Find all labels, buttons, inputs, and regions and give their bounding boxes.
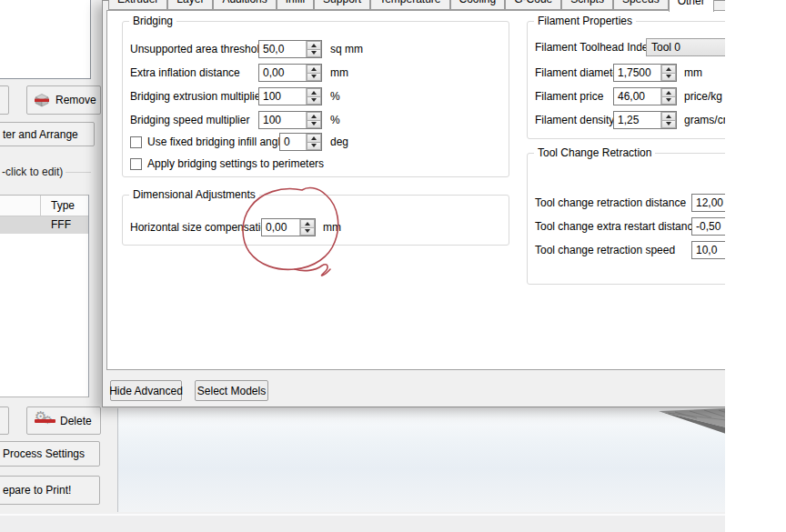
viewport-3d[interactable] <box>117 408 726 512</box>
select-models-label: Select Models <box>197 385 266 397</box>
spinner-value[interactable]: 0 <box>280 134 306 150</box>
dimensional-adjustments-title: Dimensional Adjustments <box>129 188 259 201</box>
remove-button[interactable]: Remove <box>26 85 101 115</box>
tab-layer[interactable]: Layer <box>167 0 213 10</box>
chevron-down-icon[interactable] <box>307 96 321 105</box>
remove-button-label: Remove <box>55 94 96 106</box>
chevron-up-icon[interactable] <box>307 88 321 96</box>
tab-speeds[interactable]: Speeds <box>613 0 669 10</box>
bridging-extrusion-multiplier-spinner[interactable]: 100 <box>258 87 322 105</box>
prepare-to-print-label: epare to Print! <box>3 484 71 497</box>
use-fixed-bridging-infill-angle-checkbox[interactable] <box>130 136 142 148</box>
chevron-up-icon[interactable] <box>300 219 315 227</box>
field-label: Filament Toolhead Index <box>535 38 654 56</box>
chevron-down-icon[interactable] <box>661 120 676 129</box>
spinner-value[interactable]: 1,7500 <box>614 65 660 81</box>
spinner-value[interactable]: 46,00 <box>614 88 660 105</box>
field-label: Horizontal size compensation <box>130 218 273 236</box>
column-divider <box>40 196 41 216</box>
groupbox-line <box>66 172 91 173</box>
bridging-speed-multiplier-spinner[interactable]: 100 <box>258 111 322 129</box>
chevron-up-icon[interactable] <box>661 65 676 73</box>
bridging-group-title: Bridging <box>129 15 176 27</box>
horizontal-size-compensation-spinner[interactable]: 0,00 <box>261 218 316 236</box>
tab-gcode[interactable]: G-Code <box>505 0 561 10</box>
spinner-value[interactable]: 1,25 <box>614 112 660 128</box>
unsupported-area-threshold-spinner[interactable]: 50,0 <box>258 40 322 58</box>
bridging-infill-angle-spinner[interactable]: 0 <box>279 133 322 151</box>
tab-additions[interactable]: Additions <box>213 0 276 10</box>
process-settings-label: Process Settings <box>3 447 85 460</box>
select-models-button[interactable]: Select Models <box>195 380 268 401</box>
delete-button[interactable]: ⚙⚙ Delete <box>26 407 101 435</box>
spinner-value[interactable]: 50,0 <box>259 41 306 57</box>
process-table[interactable]: Type FFF <box>0 195 89 397</box>
model-list[interactable] <box>0 0 91 79</box>
filament-diameter-spinner[interactable]: 1,7500 <box>613 64 677 82</box>
field-unit: price/kg <box>684 87 722 105</box>
gears-with-red-stripe-icon: ⚙⚙ <box>35 411 56 431</box>
edit-button-partial[interactable] <box>0 407 9 435</box>
center-and-arrange-button[interactable]: ter and Arrange <box>0 122 95 146</box>
chevron-down-icon[interactable] <box>307 49 321 58</box>
field-label: Unsupported area threshold <box>130 40 266 58</box>
field-unit: % <box>330 111 340 129</box>
process-settings-dialog: Extruder Layer Additions Infill Support … <box>102 0 786 407</box>
type-column-header[interactable]: Type <box>51 196 75 216</box>
process-settings-button[interactable]: Process Settings <box>0 441 100 467</box>
field-unit: mm <box>684 64 702 82</box>
tab-temperature[interactable]: Temperature <box>370 0 449 10</box>
tab-support[interactable]: Support <box>314 0 370 10</box>
apply-bridging-to-perimeters-checkbox[interactable] <box>130 158 142 170</box>
spinner-value[interactable]: 100 <box>259 88 306 105</box>
hide-advanced-label: Hide Advanced <box>109 385 183 397</box>
status-bar <box>0 514 725 532</box>
field-label: Tool change extra restart distance <box>535 217 699 236</box>
field-label: Tool change retraction distance <box>535 194 686 212</box>
add-button-partial[interactable] <box>0 85 9 115</box>
field-label: Bridging speed multiplier <box>130 111 249 129</box>
field-unit: % <box>330 87 340 105</box>
tool-change-retraction-title: Tool Change Retraction <box>534 146 655 159</box>
chevron-up-icon[interactable] <box>661 112 676 120</box>
chevron-down-icon[interactable] <box>300 227 315 236</box>
chevron-up-icon[interactable] <box>307 41 321 49</box>
chevron-down-icon[interactable] <box>661 96 676 105</box>
tab-scripts[interactable]: Scripts <box>561 0 613 10</box>
checkbox-label: Use fixed bridging infill angle <box>147 133 287 151</box>
field-label: Bridging extrusion multiplier <box>130 87 264 105</box>
spinner-value[interactable]: 0,00 <box>262 219 299 236</box>
chevron-down-icon[interactable] <box>307 120 321 129</box>
settings-tab-bar: Extruder Layer Additions Infill Support … <box>108 1 714 10</box>
chevron-down-icon[interactable] <box>307 142 321 151</box>
chevron-up-icon[interactable] <box>307 134 321 142</box>
bridging-group: Bridging Unsupported area threshold 50,0… <box>122 21 509 177</box>
spinner-value[interactable]: 0,00 <box>259 65 306 81</box>
double-click-to-edit-hint: -click to edit) <box>2 166 102 178</box>
filament-density-spinner[interactable]: 1,25 <box>613 111 677 129</box>
field-label: Filament diameter <box>535 64 622 82</box>
filament-price-spinner[interactable]: 46,00 <box>613 87 677 105</box>
field-unit: mm <box>323 218 341 236</box>
screen: Remove ter and Arrange -click to edit) T… <box>0 0 786 532</box>
chevron-up-icon[interactable] <box>307 112 321 120</box>
table-row[interactable]: FFF <box>0 216 88 234</box>
hide-advanced-button[interactable]: Hide Advanced <box>110 380 182 401</box>
chevron-down-icon[interactable] <box>307 73 321 82</box>
chevron-up-icon[interactable] <box>307 65 321 73</box>
chevron-up-icon[interactable] <box>661 88 676 96</box>
tab-other[interactable]: Other <box>669 0 714 12</box>
center-and-arrange-label: ter and Arrange <box>3 128 78 141</box>
field-label: Filament density <box>535 111 614 129</box>
prepare-to-print-button[interactable]: epare to Print! <box>0 476 100 505</box>
process-table-header[interactable]: Type <box>0 196 88 216</box>
chevron-down-icon[interactable] <box>661 73 676 82</box>
spinner-value[interactable]: 100 <box>259 112 306 128</box>
process-type-cell: FFF <box>51 216 71 234</box>
tab-infill[interactable]: Infill <box>277 0 314 10</box>
tab-extruder[interactable]: Extruder <box>108 0 167 10</box>
cube-with-red-stripe-icon <box>34 92 50 108</box>
extra-inflation-distance-spinner[interactable]: 0,00 <box>258 64 322 82</box>
field-label: Tool change retraction speed <box>535 241 675 259</box>
tab-cooling[interactable]: Cooling <box>450 0 506 10</box>
